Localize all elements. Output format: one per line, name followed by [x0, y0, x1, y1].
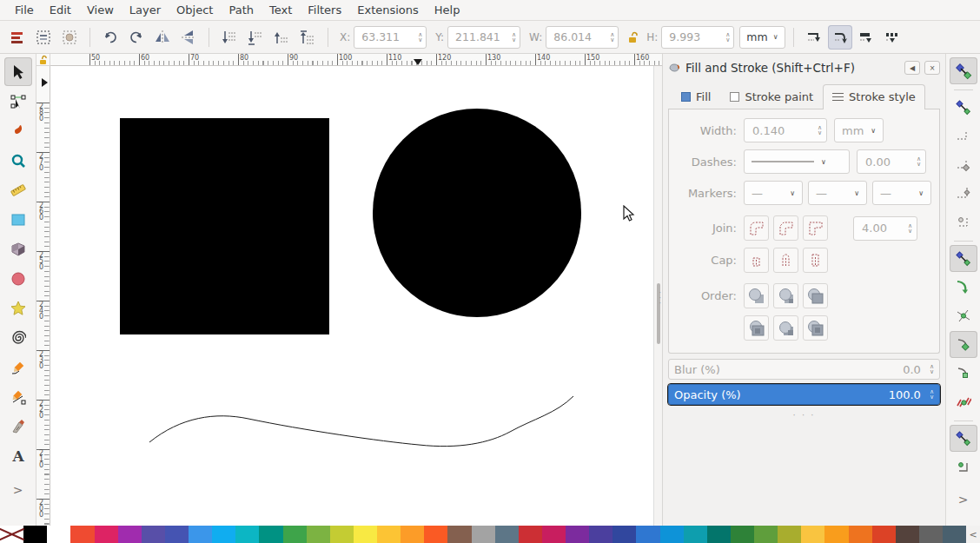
dash-pattern-dropdown[interactable]: ∨	[744, 149, 850, 174]
palette-swatch[interactable]	[259, 526, 282, 543]
tab-stroke-paint[interactable]: Stroke paint	[720, 84, 823, 109]
palette-swatch[interactable]	[636, 526, 659, 543]
palette-swatch[interactable]	[424, 526, 447, 543]
palette-swatch[interactable]	[542, 526, 566, 543]
pane-grip[interactable]: ···	[659, 290, 661, 306]
palette-swatch[interactable]	[235, 526, 259, 543]
units-dropdown[interactable]: mm ∨	[739, 26, 785, 49]
canvas-area[interactable]: 5060708090100110120130140150160 28027026…	[36, 54, 662, 526]
w-spin-buttons[interactable]: ∧∨	[610, 32, 614, 43]
y-input[interactable]: 211.841 ∧∨	[447, 26, 520, 49]
menu-item[interactable]: Layer	[122, 2, 169, 18]
palette-swatch[interactable]	[447, 526, 471, 543]
select-all-button[interactable]	[5, 25, 30, 50]
palette-swatch[interactable]	[283, 526, 307, 543]
rotate-cw-button[interactable]	[124, 25, 149, 50]
palette-swatch[interactable]	[872, 526, 896, 543]
palette-swatch[interactable]	[849, 526, 872, 543]
horizontal-ruler[interactable]: 5060708090100110120130140150160	[50, 54, 662, 66]
palette-swatch[interactable]	[660, 526, 684, 543]
palette-swatch[interactable]	[919, 526, 943, 543]
raise-one-step-button[interactable]	[269, 25, 294, 50]
ruler-lock-icon[interactable]	[36, 54, 50, 66]
opacity-spin-buttons[interactable]: ∧∨	[930, 389, 934, 400]
box-3d-tool[interactable]	[4, 235, 32, 263]
raise-to-top-button[interactable]	[295, 25, 320, 50]
dash-offset-input[interactable]: 0.00 ∧∨	[857, 149, 926, 174]
flip-vertical-button[interactable]	[176, 25, 201, 50]
menu-item[interactable]: Edit	[42, 2, 79, 18]
menu-item[interactable]: Object	[169, 2, 221, 18]
vertical-ruler[interactable]: 280270260250240230220210200	[36, 66, 50, 526]
palette-swatch[interactable]	[612, 526, 636, 543]
rectangle-tool[interactable]	[4, 205, 32, 234]
menu-item[interactable]: Help	[427, 2, 468, 18]
cap-square-button[interactable]	[803, 248, 828, 273]
snap-object-centers-toggle[interactable]	[950, 454, 977, 480]
calligraphy-tool[interactable]	[4, 412, 32, 440]
palette-swatch[interactable]	[401, 526, 424, 543]
panel-resize-grip[interactable]: · · ·	[668, 410, 940, 420]
stroke-width-input[interactable]: 0.140 ∧∨	[744, 118, 827, 142]
select-all-layers-button[interactable]	[31, 25, 56, 50]
palette-swatch[interactable]	[307, 526, 330, 543]
palette-swatch[interactable]	[189, 526, 212, 543]
palette-swatch[interactable]	[330, 526, 354, 543]
menu-item[interactable]: Text	[262, 2, 300, 18]
palette-swatch[interactable]	[824, 526, 848, 543]
palette-swatch[interactable]	[377, 526, 401, 543]
star-tool[interactable]	[4, 294, 32, 322]
palette-swatch[interactable]	[778, 526, 801, 543]
affect-scale-stroke-toggle[interactable]	[828, 25, 852, 50]
paint-order-smf-button[interactable]	[773, 283, 798, 308]
flip-horizontal-button[interactable]	[150, 25, 175, 50]
node-editor-tool[interactable]	[4, 87, 32, 116]
palette-swatch[interactable]	[731, 526, 754, 543]
y-spin-buttons[interactable]: ∧∨	[512, 32, 516, 43]
lower-one-step-button[interactable]	[243, 25, 268, 50]
snap-cusp-nodes-toggle[interactable]	[950, 331, 977, 358]
x-spin-buttons[interactable]: ∧∨	[418, 32, 422, 43]
paint-order-msf-button[interactable]	[744, 315, 769, 341]
menu-item[interactable]: Path	[221, 2, 262, 18]
paint-order-fsm-button[interactable]	[744, 283, 769, 308]
palette-swatch[interactable]	[23, 526, 47, 543]
join-miter-button[interactable]	[803, 215, 828, 241]
palette-swatch[interactable]	[0, 526, 23, 543]
palette-swatch[interactable]	[70, 526, 94, 543]
menu-item[interactable]: View	[79, 2, 122, 18]
palette-swatch[interactable]	[495, 526, 519, 543]
palette-swatch[interactable]	[354, 526, 377, 543]
palette-swatch[interactable]	[896, 526, 919, 543]
start-marker-dropdown[interactable]: — ∨	[744, 181, 803, 205]
palette-scroll-left[interactable]: <	[966, 526, 980, 543]
panel-dock-button[interactable]: ◀	[904, 61, 920, 75]
paint-order-sfm-button[interactable]	[773, 315, 798, 341]
opacity-slider[interactable]: Opacity (%) 100.0 ∧∨	[668, 384, 940, 405]
snap-bbox-edge-toggle[interactable]	[950, 123, 977, 149]
snap-path-intersections-toggle[interactable]	[950, 302, 977, 329]
palette-swatch[interactable]	[589, 526, 612, 543]
palette-swatch[interactable]	[142, 526, 165, 543]
vertical-scrollbar[interactable]: ···	[653, 66, 662, 526]
toolbox-expander[interactable]: >	[13, 483, 23, 497]
selector-tool[interactable]	[4, 57, 32, 86]
snap-line-midpoints-toggle[interactable]	[950, 388, 977, 415]
join-bevel-button[interactable]	[773, 215, 798, 241]
lock-ratio-icon[interactable]	[624, 25, 641, 50]
end-marker-dropdown[interactable]: — ∨	[872, 181, 931, 205]
palette-swatch[interactable]	[707, 526, 731, 543]
deselect-button[interactable]	[57, 25, 82, 50]
menu-item[interactable]: File	[7, 2, 42, 18]
palette-swatch[interactable]	[47, 526, 70, 543]
lower-to-bottom-button[interactable]	[217, 25, 242, 50]
tab-stroke-style[interactable]: Stroke style	[823, 84, 925, 109]
palette-swatch[interactable]	[801, 526, 824, 543]
paint-order-fms-button[interactable]	[803, 283, 828, 308]
spiral-tool[interactable]	[4, 323, 32, 352]
tab-fill[interactable]: Fill	[672, 84, 720, 109]
h-spin-buttons[interactable]: ∧∨	[725, 32, 730, 43]
affect-corners-toggle[interactable]	[854, 25, 878, 50]
menu-item[interactable]: Extensions	[349, 2, 427, 18]
snap-smooth-nodes-toggle[interactable]	[950, 360, 977, 387]
